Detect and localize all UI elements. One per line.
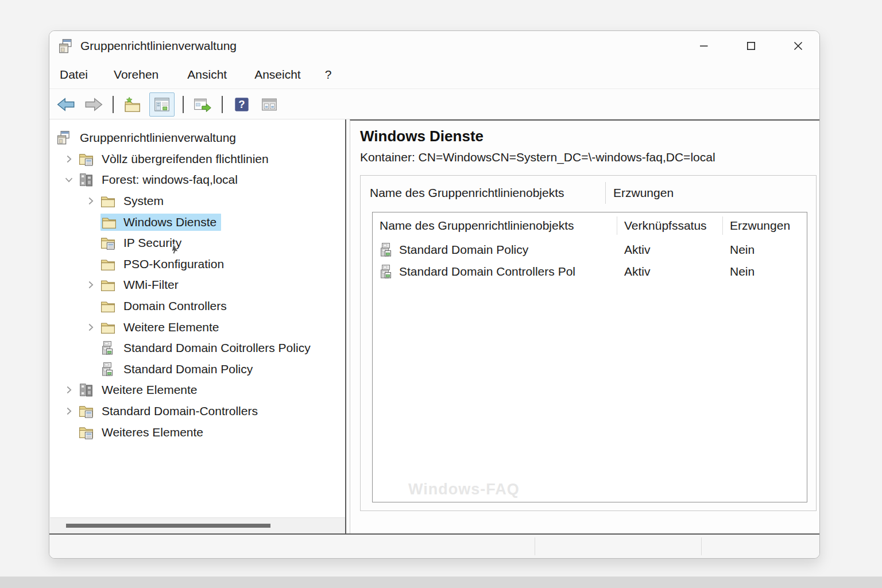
gpo-status: Aktiv bbox=[617, 265, 723, 278]
chevron-right-icon[interactable] bbox=[59, 382, 79, 397]
tree-item-windows-dienste[interactable]: Windows Dienste bbox=[50, 211, 345, 233]
window-link-button[interactable] bbox=[192, 94, 214, 115]
folder-window-icon bbox=[79, 404, 95, 419]
horizontal-scrollbar[interactable] bbox=[50, 517, 345, 535]
forward-button[interactable] bbox=[83, 94, 105, 115]
folder-icon bbox=[102, 215, 118, 230]
tree-item-weitere-elemente-sites[interactable]: Weitere Elemente bbox=[50, 380, 345, 401]
tree-item-domain-controllers[interactable]: Domain Controllers bbox=[50, 296, 345, 317]
tree-item-weitere-elemente[interactable]: Weitere Elemente bbox=[50, 316, 345, 338]
gpo-name: Standard Domain Controllers Pol bbox=[399, 265, 575, 278]
chevron-right-icon[interactable] bbox=[81, 320, 100, 335]
window-title: Gruppenrichtlinienverwaltung bbox=[80, 39, 237, 53]
folder-window-icon bbox=[79, 425, 95, 440]
gpo-enforced: Nein bbox=[723, 243, 807, 257]
detail-pane: Windows Dienste Kontainer: CN=WindowsCN=… bbox=[350, 119, 819, 535]
folder-icon bbox=[100, 257, 117, 272]
folder-icon bbox=[100, 194, 117, 208]
gpo-status: Aktiv bbox=[617, 243, 723, 257]
title-bar: Gruppenrichtlinienverwaltung bbox=[49, 31, 819, 61]
tree-item-std-domain-policy[interactable]: Standard Domain Policy bbox=[50, 359, 345, 380]
tree-item-std-domain-coitrollers-policy[interactable]: Standard Domain Coitrollers Policy bbox=[50, 338, 345, 359]
statusbar-divider bbox=[701, 537, 702, 555]
toolbar-separator bbox=[222, 96, 223, 113]
add-window-button[interactable] bbox=[122, 94, 144, 115]
chevron-right-icon[interactable] bbox=[59, 404, 79, 419]
watermark: Windows-FAQ bbox=[408, 481, 520, 498]
gpo-links-panel: Name des Gruppenrichtlinienobjekts Erzwu… bbox=[360, 175, 817, 511]
table-row[interactable]: Standard Domain Controllers Pol Aktiv Ne… bbox=[373, 261, 807, 283]
menu-vorehen[interactable]: Vorehen bbox=[105, 63, 167, 86]
gpo-name: Standard Domain Policy bbox=[399, 243, 528, 257]
tree-item-console-root[interactable]: Gruppenrichtlinienverwaltung bbox=[50, 127, 345, 149]
app-window: Gruppenrichtlinienverwaltung Datei Voreh… bbox=[49, 30, 820, 559]
tree-item-ip-security[interactable]: IP Security bbox=[50, 233, 345, 254]
tree-item-system[interactable]: System bbox=[50, 191, 345, 212]
gpo-enforced: Nein bbox=[723, 265, 807, 278]
gpo-icon bbox=[380, 264, 393, 279]
console-root-icon bbox=[57, 130, 73, 145]
gpo-table: Name des Gruppenrichtlinienobjekts Verkn… bbox=[372, 212, 807, 502]
detail-title: Windows Dienste bbox=[360, 127, 483, 145]
status-bar bbox=[49, 533, 819, 558]
tree-item-standard-domain-controllers[interactable]: Standard Domain-Controllers bbox=[50, 401, 345, 422]
menu-datei[interactable]: Datei bbox=[51, 63, 96, 86]
back-button[interactable] bbox=[55, 94, 77, 115]
menu-ansicht[interactable]: Ansicht bbox=[179, 63, 235, 86]
tree-item-weiteres-elemente[interactable]: Weiteres Elemente bbox=[50, 421, 345, 443]
container-path: Kontainer: CN=WindowsCN=Systern_DC=\-win… bbox=[360, 150, 715, 164]
maximize-button[interactable] bbox=[738, 34, 764, 57]
chevron-right-icon[interactable] bbox=[59, 152, 79, 167]
tree-pane: Gruppenrichtlinienverwaltung Vòllz überg… bbox=[50, 119, 346, 535]
chevron-right-icon[interactable] bbox=[81, 194, 100, 208]
tree-item-forest[interactable]: Forest: windows-faq,local bbox=[50, 169, 345, 191]
forest-icon bbox=[79, 172, 95, 187]
window-list-button[interactable] bbox=[258, 94, 280, 115]
folder-window-icon bbox=[79, 152, 95, 167]
toolbar-separator bbox=[183, 96, 184, 113]
gpo-icon bbox=[380, 242, 393, 257]
report-view-button[interactable] bbox=[149, 92, 175, 117]
chevron-down-icon[interactable] bbox=[59, 172, 79, 187]
column-header-erzwungen[interactable]: Erzwungen bbox=[723, 216, 807, 235]
menu-anseicht[interactable]: Anseicht bbox=[246, 63, 310, 86]
minimize-button[interactable] bbox=[691, 34, 717, 57]
tree-item-vollz[interactable]: Vòllz übergreifenden flichtlinien bbox=[50, 149, 345, 170]
folder-window-icon bbox=[100, 235, 117, 250]
column-header-verknuepfstatus[interactable]: Verknüpfssatus bbox=[617, 216, 723, 235]
menu-bar: Datei Vorehen Ansicht Anseicht ? bbox=[49, 61, 819, 89]
chevron-right-icon[interactable] bbox=[81, 277, 100, 292]
tree-item-wmi-filter[interactable]: WMi-Filter bbox=[50, 274, 345, 296]
statusbar-divider bbox=[535, 537, 535, 555]
help-button[interactable] bbox=[231, 94, 253, 115]
folder-icon bbox=[100, 320, 117, 335]
menu-help[interactable]: ? bbox=[316, 63, 341, 86]
folder-icon bbox=[100, 277, 117, 292]
app-icon bbox=[59, 38, 74, 54]
outer-column-name[interactable]: Name des Gruppenrichtlinienobjekts bbox=[361, 182, 606, 204]
close-button[interactable] bbox=[785, 34, 811, 57]
mouse-cursor bbox=[172, 243, 181, 256]
outer-column-erzwungen[interactable]: Erzwungen bbox=[606, 182, 674, 204]
desktop-edge bbox=[0, 577, 882, 588]
toolbar bbox=[49, 90, 819, 119]
gpo-icon bbox=[100, 341, 117, 355]
scrollbar-thumb[interactable] bbox=[66, 524, 270, 528]
folder-icon bbox=[100, 299, 117, 314]
gpo-icon bbox=[100, 362, 117, 377]
servers-icon bbox=[79, 382, 95, 397]
tree-item-pso-konfiguration[interactable]: PSO-Konfiguration bbox=[50, 254, 345, 275]
table-header: Name des Gruppenrichtlinienobjekts Verkn… bbox=[373, 212, 807, 239]
table-row[interactable]: Standard Domain Policy Aktiv Nein bbox=[373, 239, 807, 261]
column-header-name[interactable]: Name des Gruppenrichtlinienobjekts bbox=[373, 216, 617, 235]
toolbar-separator bbox=[113, 96, 114, 113]
